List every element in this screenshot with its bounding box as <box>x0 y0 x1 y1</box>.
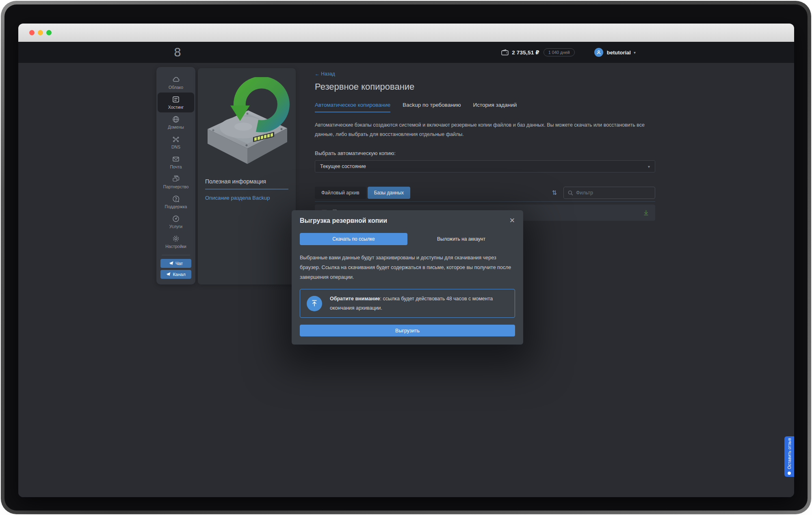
telegram-icon <box>169 261 173 265</box>
beget-logo[interactable]: 8 <box>169 45 186 60</box>
avatar[interactable] <box>594 48 603 57</box>
modal-header: Выгрузка резервной копии ✕ <box>300 217 515 224</box>
sidebar-item-label: Почта <box>170 164 182 169</box>
sidebar-item-mail[interactable]: Почта <box>158 152 194 172</box>
telegram-chat-label: Чат <box>175 261 183 266</box>
telegram-channel-label: Канал <box>173 272 185 277</box>
upload-circle-icon <box>307 296 322 311</box>
search-icon <box>568 190 573 196</box>
sidebar-item-label: DNS <box>171 144 180 149</box>
main-content: ← Назад Резервное копирование Автоматиче… <box>315 71 655 221</box>
wallet-icon <box>501 49 509 56</box>
file-archive-toggle[interactable]: Файловый архив <box>315 187 366 199</box>
notice-box: Обратите внимание: ссылка будет действов… <box>300 289 515 318</box>
backup-export-modal: Выгрузка резервной копии ✕ Скачать по сс… <box>292 210 523 345</box>
hosting-icon <box>172 95 180 103</box>
info-panel-title: Полезная информация <box>205 178 288 190</box>
notice-text: Обратите внимание: ссылка будет действов… <box>330 294 508 312</box>
sidebar-item-services[interactable]: Услуги <box>158 212 194 232</box>
balance-amount: 2 735,51 ₽ <box>512 49 539 56</box>
zoom-window-button[interactable] <box>46 30 52 35</box>
sidebar-item-settings[interactable]: Настройки <box>158 232 194 252</box>
chevron-down-icon[interactable]: ▾ <box>634 50 636 55</box>
sort-icon[interactable]: ⇅ <box>552 189 557 196</box>
sidebar-item-label: Поддержка <box>165 204 187 209</box>
sidebar-item-partnership[interactable]: Партнерство <box>158 172 194 192</box>
gear-icon <box>172 235 180 243</box>
app-topbar: 8 2 735,51 ₽ 1 040 дней <box>18 42 794 63</box>
list-divider <box>315 201 655 202</box>
select-copy-label: Выбрать автоматическую копию: <box>315 150 655 156</box>
tabs-bar: Автоматическое копирование Backup по тре… <box>315 102 655 112</box>
telegram-chat-button[interactable]: Чат <box>160 259 191 268</box>
select-value: Текущее состояние <box>320 164 366 169</box>
export-button[interactable]: Выгрузить <box>300 325 515 336</box>
user-icon <box>596 50 601 55</box>
sidebar-item-label: Настройки <box>165 244 186 249</box>
feedback-button[interactable]: Оставить отзыв <box>784 436 794 477</box>
filter-field[interactable] <box>563 187 655 199</box>
telegram-icon <box>166 272 171 276</box>
globe-icon <box>172 115 180 123</box>
sidebar-divider <box>162 255 190 255</box>
backup-illustration <box>204 77 290 172</box>
sidebar-item-label: Партнерство <box>163 184 189 189</box>
page-title: Резервное копирование <box>315 82 655 92</box>
download-icon[interactable] <box>643 210 649 215</box>
balance-widget[interactable]: 2 735,51 ₽ <box>501 49 539 56</box>
sidebar-nav: Облако Хостинг Домены DNS Почта <box>156 67 195 284</box>
download-by-link-tab[interactable]: Скачать по ссылке <box>300 233 407 245</box>
macos-titlebar <box>18 24 794 42</box>
modal-body-text: Выбранные вами данные будут заархивирова… <box>300 253 515 282</box>
upload-to-account-tab[interactable]: Выложить на аккаунт <box>407 233 515 245</box>
modal-tab-switch: Скачать по ссылке Выложить на аккаунт <box>300 233 515 245</box>
close-icon[interactable]: ✕ <box>509 217 515 224</box>
topbar-user-cluster: 2 735,51 ₽ 1 040 дней betutorial ▾ <box>501 42 636 63</box>
cloud-icon <box>172 75 180 84</box>
username-label[interactable]: betutorial <box>607 50 631 56</box>
tab-backup-on-demand[interactable]: Backup по требованию <box>403 102 461 112</box>
support-icon <box>172 195 180 203</box>
sidebar-item-label: Облако <box>169 85 183 90</box>
archive-toolbar: Файловый архив Базы данных ⇅ <box>315 187 655 199</box>
days-remaining-badge: 1 040 дней <box>543 48 575 56</box>
sidebar-item-label: Домены <box>168 125 184 129</box>
section-description: Автоматические бэкапы создаются системой… <box>315 121 655 139</box>
tab-auto-backup[interactable]: Автоматическое копирование <box>315 102 390 112</box>
modal-title: Выгрузка резервной копии <box>300 217 387 224</box>
app-window: 8 2 735,51 ₽ 1 040 дней <box>18 24 794 497</box>
feedback-label: Оставить отзыв <box>787 438 792 470</box>
dns-icon <box>172 135 180 143</box>
useful-info-panel: Полезная информация Описание раздела Bac… <box>198 68 296 284</box>
telegram-channel-button[interactable]: Канал <box>160 270 191 279</box>
filter-input[interactable] <box>576 190 651 196</box>
databases-toggle[interactable]: Базы данных <box>368 187 410 199</box>
sidebar-item-label: Хостинг <box>168 105 184 110</box>
sidebar-item-dns[interactable]: DNS <box>158 132 194 152</box>
backup-copy-select[interactable]: Текущее состояние ▾ <box>315 160 655 172</box>
app-content: Облако Хостинг Домены DNS Почта <box>18 63 794 497</box>
sidebar-item-label: Услуги <box>169 224 182 229</box>
minimize-window-button[interactable] <box>38 30 43 35</box>
partnership-icon <box>172 175 180 183</box>
close-window-button[interactable] <box>29 30 35 35</box>
sidebar-item-domains[interactable]: Домены <box>158 112 194 132</box>
notice-bold: Обратите внимание <box>330 296 380 302</box>
sidebar-item-cloud[interactable]: Облако <box>158 73 194 93</box>
caret-down-icon: ▾ <box>648 164 650 169</box>
mail-icon <box>172 155 180 163</box>
sidebar-item-support[interactable]: Поддержка <box>158 192 194 212</box>
chat-bubble-icon <box>788 472 791 475</box>
services-icon <box>172 215 180 223</box>
screenshot-stage: 8 2 735,51 ₽ 1 040 дней <box>0 0 812 515</box>
backup-description-link[interactable]: Описание раздела Backup <box>205 195 288 201</box>
sidebar-item-hosting[interactable]: Хостинг <box>158 93 194 112</box>
back-link[interactable]: ← Назад <box>315 71 655 77</box>
tab-job-history[interactable]: История заданий <box>473 102 517 112</box>
